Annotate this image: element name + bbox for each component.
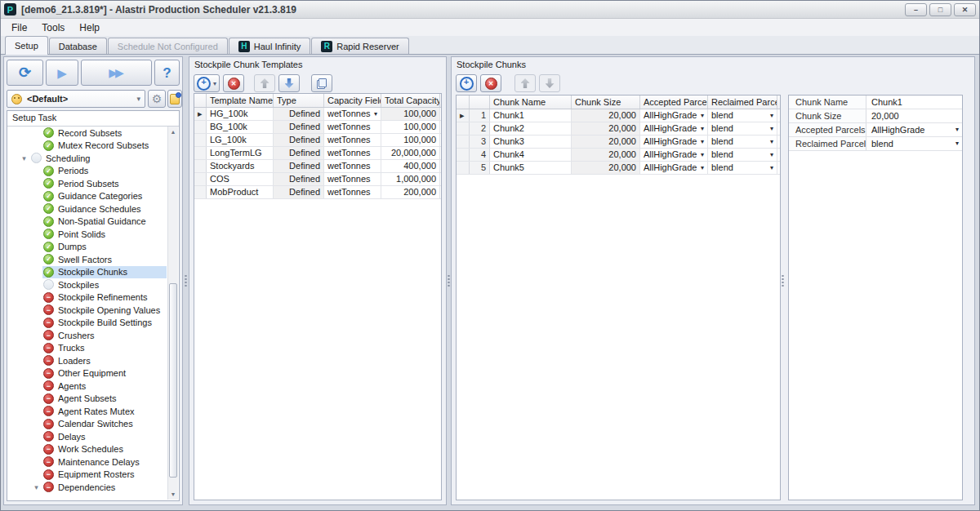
total-capacity-cell[interactable]: 200,000 bbox=[381, 186, 440, 198]
scroll-up-icon[interactable]: ▲ bbox=[168, 127, 178, 137]
tree-item-work-schedules[interactable]: −Work Schedules bbox=[8, 443, 167, 456]
tree-item-stockpile-build-settings[interactable]: −Stockpile Build Settings bbox=[8, 317, 167, 330]
column-header-chunk-size[interactable]: Chunk Size bbox=[572, 96, 640, 109]
tree-item-stockpile-chunks[interactable]: ✓Stockpile Chunks bbox=[8, 266, 167, 279]
column-header-template-name[interactable]: Template Name bbox=[207, 94, 274, 107]
column-header-capacity-field[interactable]: Capacity Field bbox=[324, 94, 381, 107]
tree-item-non-spatial-guidance[interactable]: ✓Non-Spatial Guidance bbox=[8, 216, 167, 229]
run-button[interactable]: ▶ bbox=[46, 60, 78, 86]
tree-item-mutex-record-subsets[interactable]: ✓Mutex Record Subsets bbox=[8, 140, 167, 153]
tab-haul-infinity[interactable]: HHaul Infinity bbox=[229, 38, 310, 54]
column-header-type[interactable]: Type bbox=[274, 94, 324, 107]
tree-scrollbar[interactable]: ▲ ▼ bbox=[167, 127, 178, 500]
selector-column-header[interactable] bbox=[470, 96, 490, 109]
row-selector[interactable] bbox=[457, 122, 470, 135]
chunk-row-chunk2[interactable]: 2Chunk220,000AllHighGrade▾blend▾ bbox=[457, 122, 780, 136]
accepted-parcels-cell[interactable]: AllHighGrade▾ bbox=[640, 122, 708, 135]
row-selector[interactable]: ▸ bbox=[194, 108, 207, 120]
total-capacity-cell[interactable]: 400,000 bbox=[381, 160, 440, 172]
tree-item-dependencies[interactable]: ▾−Dependencies bbox=[8, 481, 167, 494]
delete-template-button[interactable]: ✕ bbox=[223, 74, 244, 92]
chunk-name-cell[interactable]: Chunk3 bbox=[490, 136, 572, 148]
capacity-field-cell[interactable]: wetTonnes bbox=[324, 147, 381, 159]
property-value[interactable]: 20,000 bbox=[866, 109, 962, 122]
chunk-size-cell[interactable]: 20,000 bbox=[572, 149, 640, 161]
tree-item-record-subsets[interactable]: ✓Record Subsets bbox=[8, 127, 167, 140]
tree-item-loaders[interactable]: −Loaders bbox=[8, 354, 167, 367]
chunk-row-chunk5[interactable]: 5Chunk520,000AllHighGrade▾blend▾ bbox=[457, 162, 780, 175]
row-selector[interactable] bbox=[457, 162, 470, 174]
capacity-field-cell[interactable]: wetTonnes bbox=[324, 160, 381, 172]
scroll-down-icon[interactable]: ▼ bbox=[168, 489, 178, 500]
duplicate-template-button[interactable] bbox=[311, 74, 332, 92]
template-row-longtermlg[interactable]: LongTermLGDefinedwetTonnes20,000,000 bbox=[194, 147, 441, 160]
capacity-field-cell[interactable]: wetTonnes bbox=[324, 186, 381, 198]
accepted-parcels-cell[interactable]: AllHighGrade▾ bbox=[640, 162, 708, 174]
tree-item-other-equipment[interactable]: −Other Equipment bbox=[8, 367, 167, 380]
template-name-cell[interactable]: COS bbox=[207, 173, 274, 185]
chunk-name-cell[interactable]: Chunk4 bbox=[490, 149, 572, 161]
accepted-parcels-cell[interactable]: AllHighGrade▾ bbox=[640, 149, 708, 161]
splitter-left[interactable] bbox=[184, 56, 188, 505]
type-cell[interactable]: Defined bbox=[274, 147, 324, 159]
total-capacity-cell[interactable]: 100,000 bbox=[381, 121, 440, 133]
type-cell[interactable]: Defined bbox=[274, 108, 324, 120]
menu-item-help[interactable]: Help bbox=[72, 20, 107, 35]
row-selector[interactable] bbox=[194, 134, 207, 146]
template-name-cell[interactable]: HG_100k bbox=[207, 108, 274, 120]
tab-database[interactable]: Database bbox=[49, 38, 107, 54]
column-header-accepted-parcels[interactable]: Accepted Parcels bbox=[640, 96, 708, 109]
capacity-field-cell[interactable]: wetTonnes▾ bbox=[324, 108, 381, 120]
property-value[interactable]: blend▾ bbox=[866, 137, 962, 150]
chunk-row-chunk1[interactable]: ▸1Chunk120,000AllHighGrade▾blend▾ bbox=[457, 109, 780, 122]
template-name-cell[interactable]: LG_100k bbox=[207, 134, 274, 146]
chunk-name-cell[interactable]: Chunk5 bbox=[490, 162, 572, 174]
chunk-size-cell[interactable]: 20,000 bbox=[572, 136, 640, 148]
type-cell[interactable]: Defined bbox=[274, 134, 324, 146]
tree-item-swell-factors[interactable]: ✓Swell Factors bbox=[8, 253, 167, 266]
tree-item-point-solids[interactable]: ✓Point Solids bbox=[8, 228, 167, 241]
property-accepted-parcels[interactable]: Accepted ParcelsAllHighGrade▾ bbox=[789, 123, 962, 137]
menu-item-tools[interactable]: Tools bbox=[34, 20, 72, 35]
template-name-cell[interactable]: MobProduct bbox=[207, 186, 274, 198]
type-cell[interactable]: Defined bbox=[274, 121, 324, 133]
tab-setup[interactable]: Setup bbox=[5, 36, 48, 55]
expand-arrow-icon[interactable]: ▾ bbox=[30, 483, 42, 491]
scroll-thumb[interactable] bbox=[169, 283, 177, 478]
tree-item-agent-rates-mutex[interactable]: −Agent Rates Mutex bbox=[8, 405, 167, 418]
total-capacity-cell[interactable]: 20,000,000 bbox=[381, 147, 440, 159]
row-selector[interactable] bbox=[457, 149, 470, 161]
template-name-cell[interactable]: BG_100k bbox=[207, 121, 274, 133]
template-name-cell[interactable]: LongTermLG bbox=[207, 147, 274, 159]
total-capacity-cell[interactable]: 1,000,000 bbox=[381, 173, 440, 185]
property-value[interactable]: AllHighGrade▾ bbox=[866, 123, 962, 136]
tree-item-stockpiles[interactable]: Stockpiles bbox=[8, 278, 167, 291]
splitter-right[interactable] bbox=[781, 56, 785, 505]
template-row-bg-100k[interactable]: BG_100kDefinedwetTonnes100,000 bbox=[194, 121, 441, 134]
chunk-size-cell[interactable]: 20,000 bbox=[572, 162, 640, 174]
chunk-row-chunk4[interactable]: 4Chunk420,000AllHighGrade▾blend▾ bbox=[457, 149, 780, 162]
notes-button[interactable] bbox=[167, 90, 182, 108]
row-selector[interactable] bbox=[194, 173, 207, 185]
total-capacity-cell[interactable]: 100,000 bbox=[381, 108, 440, 120]
tree-item-crushers[interactable]: −Crushers bbox=[8, 329, 167, 342]
reclaimed-parcel-cell[interactable]: blend▾ bbox=[708, 149, 777, 161]
add-chunk-button[interactable]: + bbox=[456, 74, 477, 92]
reclaimed-parcel-cell[interactable]: blend▾ bbox=[708, 162, 777, 174]
chunk-name-cell[interactable]: Chunk2 bbox=[490, 122, 572, 135]
accepted-parcels-cell[interactable]: AllHighGrade▾ bbox=[640, 109, 708, 122]
total-capacity-cell[interactable]: 100,000 bbox=[381, 134, 440, 146]
tree-item-agent-subsets[interactable]: −Agent Subsets bbox=[8, 393, 167, 406]
tree-item-periods[interactable]: ✓Periods bbox=[8, 165, 167, 178]
type-cell[interactable]: Defined bbox=[274, 160, 324, 172]
window-minimize-button[interactable]: – bbox=[905, 3, 927, 16]
tree-item-maintenance-delays[interactable]: −Maintenance Delays bbox=[8, 455, 167, 469]
reclaimed-parcel-cell[interactable]: blend▾ bbox=[708, 136, 777, 148]
template-name-cell[interactable]: Stockyards bbox=[207, 160, 274, 172]
tree-item-guidance-schedules[interactable]: ✓Guidance Schedules bbox=[8, 202, 167, 216]
type-cell[interactable]: Defined bbox=[274, 186, 324, 198]
property-reclaimed-parcel[interactable]: Reclaimed Parcelblend▾ bbox=[789, 137, 962, 151]
tree-item-calendar-switches[interactable]: −Calendar Switches bbox=[8, 418, 167, 431]
chunk-row-chunk3[interactable]: 3Chunk320,000AllHighGrade▾blend▾ bbox=[457, 136, 780, 149]
template-row-lg-100k[interactable]: LG_100kDefinedwetTonnes100,000 bbox=[194, 134, 441, 147]
